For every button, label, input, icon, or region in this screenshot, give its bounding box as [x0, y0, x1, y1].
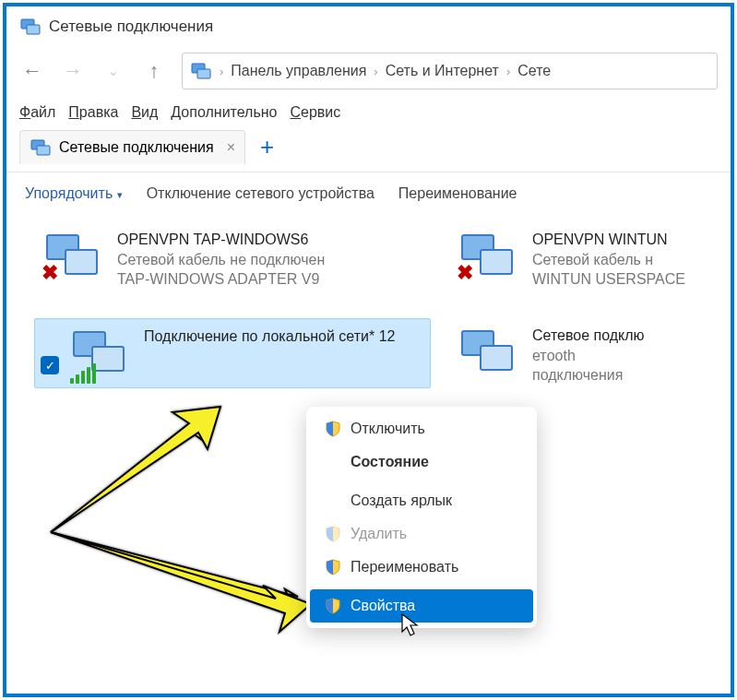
signal-bars-icon	[70, 363, 96, 384]
adapter-item[interactable]: Сетевое подклю етooth подключения	[449, 318, 734, 393]
toolbar: Упорядочить ▾ Отключение сетевого устрой…	[6, 172, 731, 215]
menu-bar: Файл Правка Вид Дополнительно Сервис	[6, 99, 731, 130]
tab-connections[interactable]: Сетевые подключения ×	[19, 130, 245, 164]
adapter-detail: TAP-WINDOWS ADAPTER V9	[117, 269, 325, 290]
chevron-icon: ›	[220, 65, 223, 78]
shield-icon	[325, 559, 341, 575]
annotation-arrow	[25, 385, 320, 643]
adapter-name: Сетевое подклю	[532, 326, 645, 346]
ctx-label: Состояние	[351, 454, 429, 470]
breadcrumb-part[interactable]: Сете	[517, 63, 551, 79]
sort-button[interactable]: Упорядочить ▾	[25, 185, 123, 202]
shield-icon	[325, 526, 341, 542]
menu-service[interactable]: Сервис	[291, 104, 341, 121]
recent-button[interactable]: ⌄	[101, 58, 126, 84]
adapter-name: OPENVPN TAP-WINDOWS6	[117, 230, 325, 250]
new-tab-button[interactable]: +	[255, 133, 279, 161]
svg-rect-1	[27, 25, 40, 34]
rename-button[interactable]: Переименование	[398, 185, 517, 202]
adapter-icon	[455, 326, 519, 379]
svg-rect-3	[197, 69, 210, 78]
breadcrumb-part[interactable]: Сеть и Интернет	[386, 63, 499, 79]
nav-bar: ← → ⌄ ↑ › Панель управления › Сеть и Инт…	[6, 47, 731, 99]
ctx-rename[interactable]: Переименовать	[310, 551, 533, 584]
adapter-status: етooth	[532, 346, 645, 366]
disable-device-button[interactable]: Отключение сетевого устройства	[147, 185, 374, 202]
context-menu: Отключить Состояние Создать ярлык Удалит…	[306, 407, 537, 628]
ctx-properties[interactable]: Свойства	[310, 589, 533, 623]
svg-marker-16	[51, 532, 298, 606]
adapter-status: Сетевой кабель н	[532, 250, 685, 270]
menu-extra[interactable]: Дополнительно	[171, 104, 277, 121]
svg-rect-11	[92, 347, 124, 371]
svg-rect-5	[37, 146, 50, 155]
menu-view[interactable]: Вид	[131, 104, 158, 121]
breadcrumb-part[interactable]: Панель управления	[231, 63, 366, 79]
cursor-icon	[401, 613, 420, 637]
menu-edit[interactable]: Правка	[68, 104, 118, 121]
tab-strip: Сетевые подключения × +	[6, 130, 731, 172]
forward-button[interactable]: →	[60, 58, 86, 84]
tab-label: Сетевые подключения	[59, 139, 214, 156]
ctx-shortcut[interactable]: Создать ярлык	[310, 484, 533, 517]
adapter-name: Подключение по локальной сети* 12	[144, 326, 395, 347]
adapter-list: OPENVPN TAP-WINDOWS6 Сетевой кабель не п…	[6, 215, 731, 222]
up-button[interactable]: ↑	[141, 58, 167, 84]
window-title: Сетевые подключения	[49, 18, 213, 36]
adapter-detail: WINTUN USERSPACE	[532, 269, 685, 290]
back-button[interactable]: ←	[19, 58, 45, 84]
adapter-item-selected[interactable]: ✓ Подключение по локальной сети* 12	[34, 318, 431, 388]
close-icon[interactable]: ×	[227, 139, 235, 156]
network-icon	[30, 136, 52, 159]
menu-file[interactable]: Файл	[19, 104, 55, 121]
svg-rect-9	[481, 250, 512, 274]
svg-marker-15	[51, 407, 220, 532]
adapter-detail: подключения	[532, 365, 645, 386]
svg-marker-17	[51, 532, 311, 632]
adapter-item[interactable]: OPENVPN TAP-WINDOWS6 Сетевой кабель не п…	[34, 222, 431, 297]
ctx-label: Отключить	[351, 421, 425, 437]
svg-marker-14	[51, 423, 209, 532]
checkbox-checked-icon[interactable]: ✓	[41, 356, 59, 374]
ctx-label: Создать ярлык	[351, 492, 452, 509]
network-icon	[19, 16, 42, 38]
chevron-icon: ›	[374, 65, 377, 78]
svg-rect-7	[65, 250, 97, 274]
shield-icon	[325, 598, 341, 614]
ctx-label: Удалить	[351, 526, 407, 542]
shield-icon	[325, 421, 341, 437]
adapter-disconnected-icon	[40, 230, 104, 283]
adapter-disconnected-icon	[455, 230, 519, 283]
svg-rect-13	[481, 346, 512, 370]
titlebar: Сетевые подключения	[6, 6, 731, 47]
ctx-delete: Удалить	[310, 517, 533, 551]
ctx-label: Переименовать	[351, 559, 458, 575]
ctx-label: Свойства	[351, 598, 415, 614]
adapter-name: OPENVPN WINTUN	[532, 230, 685, 250]
adapter-item[interactable]: OPENVPN WINTUN Сетевой кабель н WINTUN U…	[449, 222, 734, 297]
ctx-disable[interactable]: Отключить	[310, 412, 533, 445]
ctx-status[interactable]: Состояние	[310, 445, 533, 479]
address-bar[interactable]: › Панель управления › Сеть и Интернет › …	[182, 53, 718, 89]
adapter-connected-icon	[66, 326, 131, 380]
chevron-icon: ›	[506, 65, 510, 78]
adapter-status: Сетевой кабель не подключен	[117, 250, 325, 270]
network-icon	[190, 60, 212, 82]
